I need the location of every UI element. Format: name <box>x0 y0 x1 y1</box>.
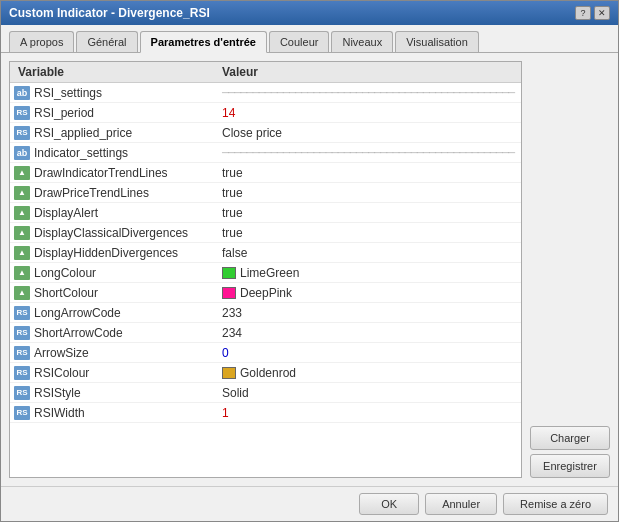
charger-button[interactable]: Charger <box>530 426 610 450</box>
color-swatch-deeppink <box>222 287 236 299</box>
table-row[interactable]: ▲ DrawPriceTrendLines true <box>10 183 521 203</box>
tabs-bar: A propos Général Parametres d'entrée Cou… <box>1 25 618 53</box>
row-name: ArrowSize <box>34 346 214 360</box>
icon-chart: ▲ <box>14 186 30 200</box>
row-value: false <box>214 246 517 260</box>
icon-rs: RS <box>14 326 30 340</box>
row-name: DisplayHiddenDivergences <box>34 246 214 260</box>
dashes: ────────────────────────────────────────… <box>222 147 514 158</box>
table-row[interactable]: RS RSIWidth 1 <box>10 403 521 423</box>
row-value: Goldenrod <box>214 366 517 380</box>
remise-button[interactable]: Remise a zéro <box>503 493 608 515</box>
icon-chart: ▲ <box>14 286 30 300</box>
icon-rs: RS <box>14 126 30 140</box>
table-row[interactable]: ▲ DisplayClassicalDivergences true <box>10 223 521 243</box>
tab-niveaux[interactable]: Niveaux <box>331 31 393 52</box>
table-row[interactable]: RS LongArrowCode 233 <box>10 303 521 323</box>
color-swatch-limegreen <box>222 267 236 279</box>
table-row[interactable]: ▲ DrawIndicatorTrendLines true <box>10 163 521 183</box>
row-value: DeepPink <box>214 286 517 300</box>
row-name: RSIStyle <box>34 386 214 400</box>
icon-rs: RS <box>14 386 30 400</box>
icon-chart: ▲ <box>14 266 30 280</box>
tab-apropos[interactable]: A propos <box>9 31 74 52</box>
table-row[interactable]: RS RSIColour Goldenrod <box>10 363 521 383</box>
tab-visualisation[interactable]: Visualisation <box>395 31 479 52</box>
enregistrer-button[interactable]: Enregistrer <box>530 454 610 478</box>
row-name: RSI_applied_price <box>34 126 214 140</box>
table-row[interactable]: RS ShortArrowCode 234 <box>10 323 521 343</box>
content-area: Variable Valeur ab RSI_settings ────────… <box>1 53 618 486</box>
icon-ab: ab <box>14 146 30 160</box>
row-name: RSI_settings <box>34 86 214 100</box>
row-value: 14 <box>214 106 517 120</box>
row-name: ShortColour <box>34 286 214 300</box>
icon-chart: ▲ <box>14 226 30 240</box>
ok-button[interactable]: OK <box>359 493 419 515</box>
row-name: DrawIndicatorTrendLines <box>34 166 214 180</box>
title-bar: Custom Indicator - Divergence_RSI ? ✕ <box>1 1 618 25</box>
row-value: 1 <box>214 406 517 420</box>
table-header: Variable Valeur <box>10 62 521 83</box>
table-row[interactable]: RS RSI_applied_price Close price <box>10 123 521 143</box>
table-row[interactable]: RS RSI_period 14 <box>10 103 521 123</box>
help-button[interactable]: ? <box>575 6 591 20</box>
params-table: Variable Valeur ab RSI_settings ────────… <box>9 61 522 478</box>
row-name: DisplayAlert <box>34 206 214 220</box>
row-name: DisplayClassicalDivergences <box>34 226 214 240</box>
row-value: LimeGreen <box>214 266 517 280</box>
row-name: RSIWidth <box>34 406 214 420</box>
row-value: true <box>214 186 517 200</box>
row-name: Indicator_settings <box>34 146 214 160</box>
row-value: Solid <box>214 386 517 400</box>
tab-couleur[interactable]: Couleur <box>269 31 330 52</box>
row-name: LongArrowCode <box>34 306 214 320</box>
icon-chart: ▲ <box>14 166 30 180</box>
title-controls: ? ✕ <box>575 6 610 20</box>
icon-rs: RS <box>14 306 30 320</box>
row-name: ShortArrowCode <box>34 326 214 340</box>
row-name: RSIColour <box>34 366 214 380</box>
table-row[interactable]: RS RSIStyle Solid <box>10 383 521 403</box>
row-value: ────────────────────────────────────────… <box>214 87 517 98</box>
table-row[interactable]: ▲ DisplayHiddenDivergences false <box>10 243 521 263</box>
row-value: true <box>214 206 517 220</box>
row-name: RSI_period <box>34 106 214 120</box>
tab-general[interactable]: Général <box>76 31 137 52</box>
annuler-button[interactable]: Annuler <box>425 493 497 515</box>
row-name: LongColour <box>34 266 214 280</box>
row-value: 0 <box>214 346 517 360</box>
icon-chart: ▲ <box>14 246 30 260</box>
icon-rs: RS <box>14 346 30 360</box>
icon-chart: ▲ <box>14 206 30 220</box>
table-row[interactable]: ▲ LongColour LimeGreen <box>10 263 521 283</box>
table-row[interactable]: ▲ DisplayAlert true <box>10 203 521 223</box>
row-value: Close price <box>214 126 517 140</box>
icon-ab: ab <box>14 86 30 100</box>
col-value-header: Valeur <box>214 65 517 79</box>
table-row[interactable]: ab Indicator_settings ──────────────────… <box>10 143 521 163</box>
table-row[interactable]: ab RSI_settings ────────────────────────… <box>10 83 521 103</box>
row-value: true <box>214 226 517 240</box>
icon-rs: RS <box>14 406 30 420</box>
icon-rs: RS <box>14 106 30 120</box>
bottom-bar: OK Annuler Remise a zéro <box>1 486 618 521</box>
icon-rs: RS <box>14 366 30 380</box>
row-value: true <box>214 166 517 180</box>
row-value: ────────────────────────────────────────… <box>214 147 517 158</box>
main-window: Custom Indicator - Divergence_RSI ? ✕ A … <box>0 0 619 522</box>
close-button[interactable]: ✕ <box>594 6 610 20</box>
table-row[interactable]: RS ArrowSize 0 <box>10 343 521 363</box>
row-value: 234 <box>214 326 517 340</box>
side-buttons: Charger Enregistrer <box>530 61 610 478</box>
row-name: DrawPriceTrendLines <box>34 186 214 200</box>
col-variable-header: Variable <box>14 65 214 79</box>
table-row[interactable]: ▲ ShortColour DeepPink <box>10 283 521 303</box>
window-title: Custom Indicator - Divergence_RSI <box>9 6 210 20</box>
dashes: ────────────────────────────────────────… <box>222 87 514 98</box>
row-value: 233 <box>214 306 517 320</box>
color-swatch-goldenrod <box>222 367 236 379</box>
tab-params[interactable]: Parametres d'entrée <box>140 31 267 53</box>
